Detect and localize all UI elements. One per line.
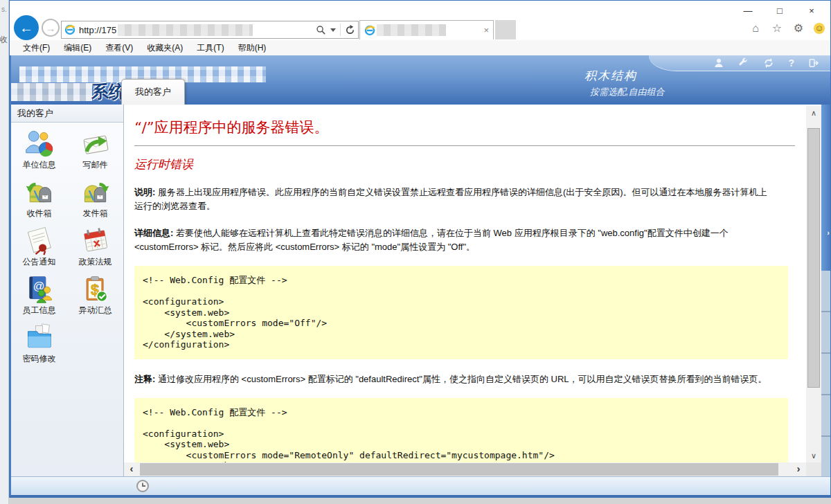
- titlebar: — □ ×: [10, 1, 830, 20]
- sidebar: 我的客户 单位信息: [11, 105, 124, 476]
- web-app: 系统 积木结构 按需选配,自由组合 ?: [10, 55, 830, 497]
- app-status-bar: [11, 476, 830, 495]
- slogan-title: 积木结构: [584, 68, 637, 84]
- policy-icon: [80, 225, 111, 255]
- search-dropdown-caret-icon[interactable]: [330, 28, 336, 32]
- back-arrow-icon: ←: [19, 20, 33, 36]
- announcement-icon: [24, 225, 55, 255]
- slogan-subtitle: 按需选配,自由组合: [590, 86, 665, 98]
- sidebar-item-label: 政策法规: [79, 256, 112, 268]
- error-subtitle: 运行时错误: [134, 156, 796, 172]
- app-header: 系统 积木结构 按需选配,自由组合 ?: [11, 55, 830, 105]
- note-label: 注释:: [134, 374, 155, 384]
- menu-bar: 文件(F) 编辑(E) 查看(V) 收藏夹(A) 工具(T) 帮助(H): [10, 40, 830, 55]
- error-note: 注释: 通过修改应用程序的 <customErrors> 配置标记的 "defa…: [134, 372, 796, 386]
- app-tab-my-clients[interactable]: 我的客户: [121, 79, 185, 105]
- url-text: http://175: [79, 25, 116, 35]
- error-page-content: “/”应用程序中的服务器错误。 运行时错误 说明: 服务器上出现应用程序错误。此…: [124, 106, 806, 462]
- scroll-down-icon[interactable]: ∨: [806, 449, 821, 462]
- forward-arrow-icon: →: [46, 22, 56, 34]
- sidebar-title: 我的客户: [11, 105, 123, 123]
- home-icon[interactable]: ⌂: [749, 22, 762, 35]
- details-label: 详细信息:: [134, 228, 173, 238]
- menu-file[interactable]: 文件(F): [16, 41, 57, 55]
- menu-tools[interactable]: 工具(T): [190, 41, 231, 55]
- minimize-button[interactable]: —: [732, 1, 764, 20]
- background-text-fragment: 收: [0, 35, 8, 45]
- background-window-strip: s. 收: [0, 0, 9, 504]
- sidebar-item-unit-info[interactable]: 单位信息: [12, 128, 66, 177]
- sidebar-item-label: 发件箱: [83, 208, 108, 219]
- browser-tab[interactable]: ×: [359, 20, 494, 39]
- ie-logo-icon: [64, 24, 75, 35]
- password-change-icon: [24, 322, 55, 352]
- logout-icon[interactable]: [808, 57, 819, 69]
- scroll-left-icon[interactable]: ‹: [124, 462, 139, 476]
- scroll-right-icon[interactable]: ›: [791, 462, 806, 476]
- address-bar[interactable]: http://175: [61, 21, 359, 39]
- maximize-button[interactable]: □: [764, 1, 796, 20]
- menu-help[interactable]: 帮助(H): [231, 41, 274, 55]
- inbox-icon: [24, 177, 55, 207]
- sidebar-item-change-summary[interactable]: $ 异动汇总: [69, 273, 123, 322]
- description-label: 说明:: [134, 187, 155, 197]
- sidebar-item-announcement[interactable]: 公告通知: [12, 225, 66, 273]
- vertical-scrollbar[interactable]: ∧ ∨: [806, 106, 821, 462]
- feedback-smiley-icon[interactable]: ☺: [814, 23, 825, 34]
- favorites-star-icon[interactable]: ☆: [771, 21, 783, 35]
- wrench-icon[interactable]: [738, 57, 749, 69]
- sidebar-item-inbox[interactable]: 收件箱: [12, 177, 66, 225]
- horizontal-scrollbar-thumb[interactable]: [140, 463, 778, 476]
- web-config-code-block-2: <!-- Web.Config 配置文件 --> <configuration>…: [134, 398, 788, 463]
- error-description: 说明: 服务器上出现应用程序错误。此应用程序的当前自定义错误设置禁止远程查看应用…: [134, 186, 796, 213]
- search-icon[interactable]: [316, 25, 326, 35]
- refresh-icon[interactable]: [763, 57, 774, 69]
- error-details: 详细信息: 若要使他人能够在远程计算机上查看此特定错误消息的详细信息，请在位于当…: [134, 226, 796, 254]
- web-config-code-block-1: <!-- Web.Config 配置文件 --> <configuration>…: [134, 266, 788, 359]
- forward-button[interactable]: →: [42, 19, 60, 37]
- sidebar-item-write-mail[interactable]: 写邮件: [69, 128, 123, 177]
- user-icon[interactable]: [713, 57, 724, 69]
- write-mail-icon: [80, 128, 111, 159]
- sidebar-item-password-change[interactable]: 密码修改: [12, 322, 66, 370]
- description-text: 服务器上出现应用程序错误。此应用程序的当前自定义错误设置禁止远程查看应用程序错误…: [134, 187, 767, 211]
- sidebar-item-label: 异动汇总: [79, 305, 112, 316]
- sidebar-item-outbox[interactable]: 发件箱: [69, 177, 123, 225]
- scroll-up-icon[interactable]: ∧: [806, 106, 821, 120]
- tab-close-icon[interactable]: ×: [483, 25, 489, 35]
- help-icon[interactable]: ?: [788, 57, 794, 69]
- details-text: 若要使他人能够在远程计算机上查看此特定错误消息的详细信息，请在位于当前 Web …: [134, 228, 729, 252]
- sidebar-item-label: 公告通知: [23, 256, 56, 268]
- sidebar-item-label: 密码修改: [23, 353, 56, 365]
- sidebar-item-employee-info[interactable]: @ 员工信息: [12, 273, 66, 322]
- censored-tab-title-mosaic: [377, 24, 446, 36]
- browser-window: — □ × ← → http://175: [9, 0, 831, 498]
- censored-url-mosaic: [118, 24, 253, 36]
- navigation-bar: ← → http://175: [10, 20, 830, 40]
- note-text: 通过修改应用程序的 <customErrors> 配置标记的 "defaultR…: [155, 374, 767, 384]
- outbox-icon: [80, 177, 111, 207]
- refresh-icon[interactable]: [345, 25, 355, 35]
- ie-logo-icon: [364, 25, 375, 36]
- horizontal-scrollbar[interactable]: ‹ ›: [124, 462, 806, 476]
- close-button[interactable]: ×: [796, 1, 828, 20]
- new-tab-button[interactable]: [495, 20, 516, 39]
- menu-favorites[interactable]: 收藏夹(A): [140, 41, 190, 55]
- right-panel-strip-lower: [821, 271, 830, 476]
- back-button[interactable]: ←: [14, 15, 39, 40]
- scrollbar-corner: [806, 462, 821, 476]
- vertical-scrollbar-thumb[interactable]: [807, 128, 820, 388]
- divider: [134, 145, 795, 146]
- menu-edit[interactable]: 编辑(E): [57, 41, 98, 55]
- employee-info-icon: @: [24, 273, 55, 304]
- divider: [340, 24, 341, 36]
- sidebar-item-policy[interactable]: 政策法规: [69, 225, 123, 273]
- right-panel-strip: [821, 105, 830, 271]
- expand-panel-icon[interactable]: ›: [827, 228, 830, 237]
- unit-info-icon: [24, 128, 55, 159]
- change-summary-icon: $: [80, 273, 111, 304]
- menu-view[interactable]: 查看(V): [98, 41, 140, 55]
- error-title: “/”应用程序中的服务器错误。: [134, 118, 796, 137]
- settings-gear-icon[interactable]: ⚙: [792, 21, 805, 35]
- sidebar-item-label: 收件箱: [27, 208, 52, 219]
